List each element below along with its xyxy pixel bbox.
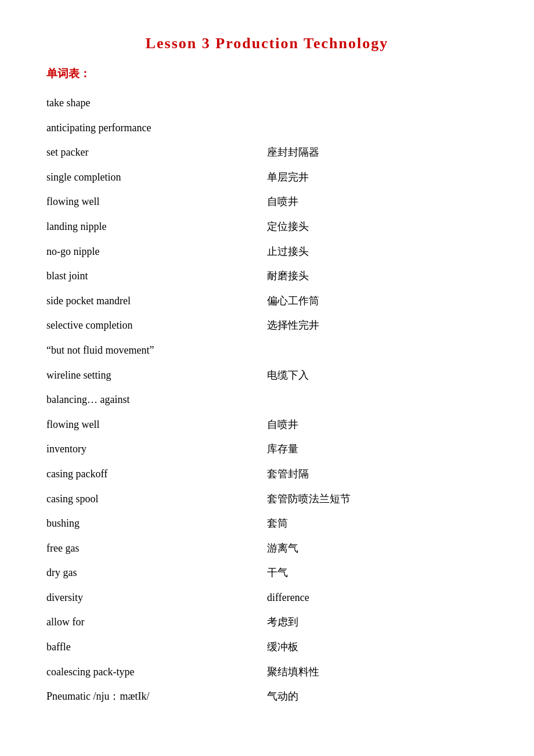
vocab-english: no-go nipple bbox=[46, 239, 267, 264]
vocab-english: flowing well bbox=[46, 412, 267, 437]
vocab-chinese: 套管封隔 bbox=[267, 462, 488, 487]
vocab-english: anticipating performance bbox=[46, 116, 267, 141]
vocab-english: diversity bbox=[46, 585, 267, 610]
vocab-chinese: 套管防喷法兰短节 bbox=[267, 487, 488, 512]
vocab-english: flowing well bbox=[46, 189, 267, 214]
vocab-row: blast joint耐磨接头 bbox=[46, 264, 488, 289]
vocab-row: “but not fluid movement” bbox=[46, 338, 488, 363]
vocab-english: balancing… against bbox=[46, 387, 267, 412]
vocab-chinese: 干气 bbox=[267, 560, 488, 585]
vocab-english: side pocket mandrel bbox=[46, 289, 267, 314]
vocab-row: flowing well自喷井 bbox=[46, 189, 488, 214]
vocab-row: side pocket mandrel偏心工作筒 bbox=[46, 289, 488, 314]
vocab-row: bushing套筒 bbox=[46, 511, 488, 536]
vocab-row: anticipating performance bbox=[46, 116, 488, 141]
vocab-row: allow for考虑到 bbox=[46, 610, 488, 635]
vocab-chinese: 套筒 bbox=[267, 511, 488, 536]
vocab-chinese: 偏心工作筒 bbox=[267, 289, 488, 314]
vocab-row: inventory库存量 bbox=[46, 437, 488, 462]
vocab-row: single completion单层完井 bbox=[46, 165, 488, 190]
vocab-english: allow for bbox=[46, 610, 267, 635]
vocab-english: casing spool bbox=[46, 487, 267, 512]
vocab-row: coalescing pack-type聚结填料性 bbox=[46, 660, 488, 685]
vocab-english: single completion bbox=[46, 165, 267, 190]
vocab-english: set packer bbox=[46, 140, 267, 165]
vocab-row: take shape bbox=[46, 91, 488, 116]
vocab-chinese: 耐磨接头 bbox=[267, 264, 488, 289]
vocab-row: balancing… against bbox=[46, 387, 488, 412]
vocab-row: free gas游离气 bbox=[46, 536, 488, 561]
vocab-row: set packer座封封隔器 bbox=[46, 140, 488, 165]
vocab-row: casing spool套管防喷法兰短节 bbox=[46, 487, 488, 512]
vocab-row: Pneumatic /nju：mætIk/气动的 bbox=[46, 684, 488, 709]
vocab-row: landing nipple定位接头 bbox=[46, 214, 488, 239]
vocab-row: selective completion选择性完井 bbox=[46, 313, 488, 338]
vocab-chinese: 座封封隔器 bbox=[267, 140, 488, 165]
vocab-english: inventory bbox=[46, 437, 267, 462]
vocab-chinese: 自喷井 bbox=[267, 412, 488, 437]
vocab-english: dry gas bbox=[46, 560, 267, 585]
vocab-chinese: 库存量 bbox=[267, 437, 488, 462]
vocab-chinese: 考虑到 bbox=[267, 610, 488, 635]
vocab-chinese: 定位接头 bbox=[267, 214, 488, 239]
vocab-row: diversitydifference bbox=[46, 585, 488, 610]
vocab-english: bushing bbox=[46, 511, 267, 536]
vocab-chinese: 止过接头 bbox=[267, 239, 488, 264]
vocab-english: casing packoff bbox=[46, 462, 267, 487]
vocab-english: take shape bbox=[46, 91, 267, 116]
page-title: Lesson 3 Production Technology bbox=[46, 35, 488, 52]
vocab-chinese bbox=[267, 387, 488, 412]
vocab-row: no-go nipple止过接头 bbox=[46, 239, 488, 264]
vocab-english: baffle bbox=[46, 635, 267, 660]
vocab-english: wireline setting bbox=[46, 363, 267, 388]
vocab-english: free gas bbox=[46, 536, 267, 561]
vocab-row: casing packoff套管封隔 bbox=[46, 462, 488, 487]
vocab-chinese: 单层完井 bbox=[267, 165, 488, 190]
vocab-chinese: 缓冲板 bbox=[267, 635, 488, 660]
vocab-chinese bbox=[267, 116, 488, 141]
vocab-table: take shapeanticipating performanceset pa… bbox=[46, 91, 488, 709]
vocab-chinese: 自喷井 bbox=[267, 189, 488, 214]
vocab-english: coalescing pack-type bbox=[46, 660, 267, 685]
vocab-chinese bbox=[267, 91, 488, 116]
vocab-row: flowing well自喷井 bbox=[46, 412, 488, 437]
vocab-english: “but not fluid movement” bbox=[46, 338, 267, 363]
section-header: 单词表： bbox=[46, 66, 488, 81]
vocab-chinese: 游离气 bbox=[267, 536, 488, 561]
vocab-chinese: 电缆下入 bbox=[267, 363, 488, 388]
vocab-chinese: 选择性完井 bbox=[267, 313, 488, 338]
vocab-english: selective completion bbox=[46, 313, 267, 338]
vocab-english: landing nipple bbox=[46, 214, 267, 239]
vocab-row: baffle缓冲板 bbox=[46, 635, 488, 660]
vocab-chinese: difference bbox=[267, 585, 488, 610]
vocab-english: blast joint bbox=[46, 264, 267, 289]
vocab-chinese bbox=[267, 338, 488, 363]
vocab-chinese: 气动的 bbox=[267, 684, 488, 709]
vocab-row: dry gas干气 bbox=[46, 560, 488, 585]
vocab-english: Pneumatic /nju：mætIk/ bbox=[46, 684, 267, 709]
vocab-row: wireline setting电缆下入 bbox=[46, 363, 488, 388]
vocab-chinese: 聚结填料性 bbox=[267, 660, 488, 685]
